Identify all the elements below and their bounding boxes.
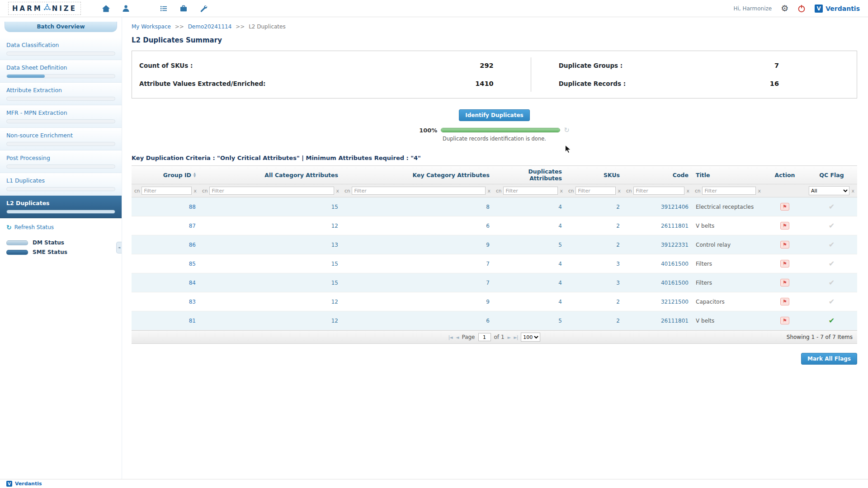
flag-action-icon[interactable]: ⚑ — [780, 260, 789, 267]
qc-check-icon[interactable]: ✔ — [829, 202, 835, 211]
filter-operator[interactable]: cn — [344, 188, 350, 193]
flag-action-icon[interactable]: ⚑ — [780, 241, 789, 249]
filter-clear-icon[interactable]: x — [686, 188, 689, 194]
mark-all-flags-button[interactable]: Mark All Flags — [801, 353, 857, 365]
table-row[interactable]: 81 12 6 5 2 26111801 V belts ⚑ ✔ — [132, 311, 857, 330]
power-icon[interactable] — [797, 5, 806, 13]
page-size-select[interactable]: 100 — [521, 333, 540, 342]
sidebar-item[interactable]: Non-source Enrichment — [0, 128, 122, 150]
home-icon[interactable] — [102, 5, 110, 13]
qc-check-icon[interactable]: ✔ — [829, 278, 835, 287]
filter-clear-icon[interactable]: x — [851, 188, 854, 194]
table-row[interactable]: 84 15 7 4 3 40161500 Filters ⚑ ✔ — [132, 273, 857, 292]
sort-icon[interactable]: ▲▼ — [193, 172, 196, 178]
qc-filter-select[interactable]: All — [809, 186, 849, 195]
qc-check-icon[interactable]: ✔ — [829, 221, 835, 230]
tools-icon[interactable] — [199, 5, 208, 13]
flag-action-icon[interactable]: ⚑ — [780, 279, 789, 286]
all-category-attributes-cell: 13 — [199, 235, 342, 254]
sidebar-item[interactable]: L2 Duplicates — [0, 196, 122, 218]
filter-operator[interactable]: cn — [568, 188, 574, 193]
filter-operator[interactable]: cn — [134, 188, 140, 193]
filter-operator[interactable]: cn — [626, 188, 632, 193]
col-header-group-id: Group ID — [163, 172, 191, 178]
filter-clear-icon[interactable]: x — [618, 188, 621, 194]
briefcase-icon[interactable] — [179, 5, 188, 13]
pager-last-button[interactable]: ►| — [514, 335, 518, 340]
filter-input-code[interactable] — [633, 187, 684, 195]
sidebar-item[interactable]: L1 Duplicates — [0, 173, 122, 196]
breadcrumb-link-batch[interactable]: Demo20241114 — [188, 23, 232, 30]
flag-action-icon[interactable]: ⚑ — [780, 298, 789, 305]
count-skus-label: Count of SKUs : — [139, 62, 193, 69]
identify-duplicates-button[interactable]: Identify Duplicates — [459, 109, 529, 121]
filter-clear-icon[interactable]: x — [758, 188, 761, 194]
harmonize-logo[interactable]: HARM NIZE — [8, 2, 81, 15]
table-row[interactable]: 86 13 9 5 2 39122331 Control relay ⚑ ✔ — [132, 235, 857, 254]
group-id-link[interactable]: 88 — [189, 204, 196, 210]
flag-action-icon[interactable]: ⚑ — [780, 317, 789, 324]
qc-check-icon[interactable]: ✔ — [829, 259, 835, 268]
pager-first-button[interactable]: |◄ — [448, 335, 453, 340]
footer-logo-text: Verdantis — [15, 481, 42, 487]
qc-check-icon[interactable]: ✔ — [829, 240, 835, 249]
group-id-link[interactable]: 83 — [189, 299, 196, 305]
group-id-link[interactable]: 86 — [189, 242, 196, 248]
pager-prev-button[interactable]: ◄ — [456, 335, 459, 340]
col-header-all-category-attributes[interactable]: All Category Attributes — [199, 166, 342, 184]
molecule-icon — [42, 4, 52, 13]
breadcrumb-link-workspace[interactable]: My Workspace — [132, 23, 171, 30]
filter-clear-icon[interactable]: x — [336, 188, 339, 194]
col-header-key-category-attributes[interactable]: Key Category Attributes — [342, 166, 493, 184]
table-row[interactable]: 85 15 7 4 3 40161500 Filters ⚑ ✔ — [132, 254, 857, 273]
breadcrumb: My Workspace >> Demo20241114 >> L2 Dupli… — [132, 23, 857, 30]
flag-action-icon[interactable]: ⚑ — [780, 203, 789, 211]
report-icon[interactable] — [160, 5, 168, 13]
group-id-link[interactable]: 85 — [189, 261, 196, 267]
sme-status-legend: SME Status — [6, 249, 115, 255]
group-id-link[interactable]: 84 — [189, 280, 196, 286]
filter-input-title[interactable] — [702, 187, 756, 195]
filter-operator[interactable]: cn — [496, 188, 501, 193]
flag-action-icon[interactable]: ⚑ — [780, 222, 789, 230]
table-row[interactable]: 87 12 6 4 2 26111801 V belts ⚑ ✔ — [132, 216, 857, 235]
filter-operator[interactable]: cn — [202, 188, 208, 193]
sidebar-collapse-button[interactable]: ◄ — [116, 242, 122, 253]
table-row[interactable]: 88 15 8 4 2 39121406 Electrical receptac… — [132, 197, 857, 216]
pager-next-button[interactable]: ► — [508, 335, 511, 340]
filter-input-key-category[interactable] — [352, 187, 486, 195]
sidebar-item[interactable]: Attribute Extraction — [0, 83, 122, 105]
table-row[interactable]: 83 12 9 4 2 32121500 Capacitors ⚑ ✔ — [132, 292, 857, 311]
skus-cell: 2 — [566, 311, 623, 330]
filter-input-group-id[interactable] — [142, 187, 192, 195]
user-icon[interactable] — [122, 5, 130, 12]
filter-input-duplicates-attributes[interactable] — [503, 187, 558, 195]
col-header-skus[interactable]: SKUs — [566, 166, 623, 184]
group-id-link[interactable]: 87 — [189, 223, 196, 229]
col-header-duplicates-attributes[interactable]: Duplicates Attributes — [493, 166, 566, 184]
col-header-title[interactable]: Title — [692, 166, 764, 184]
batch-overview-tab[interactable]: Batch Overview — [5, 22, 117, 32]
filter-input-all-category[interactable] — [209, 187, 334, 195]
sidebar-item[interactable]: Data Sheet Definition — [0, 60, 122, 83]
settings-gear-icon[interactable]: ⚙ — [781, 4, 788, 13]
filter-clear-icon[interactable]: x — [560, 188, 563, 194]
col-header-code[interactable]: Code — [623, 166, 692, 184]
filter-clear-icon[interactable]: x — [193, 188, 197, 194]
sidebar-item[interactable]: Data Classification — [0, 38, 122, 60]
group-id-link[interactable]: 81 — [189, 318, 196, 324]
filter-operator[interactable]: cn — [695, 188, 700, 193]
attr-values-value: 1410 — [475, 80, 493, 87]
filter-clear-icon[interactable]: x — [487, 188, 491, 194]
sync-icon[interactable]: ↻ — [564, 126, 570, 134]
qc-check-icon[interactable]: ✔ — [829, 297, 835, 306]
footer: V Verdantis — [0, 479, 868, 488]
breadcrumb-separator: >> — [175, 23, 184, 30]
refresh-status-link[interactable]: ↻ Refresh Status — [0, 218, 122, 235]
verdantis-logo-mark: V — [815, 5, 823, 13]
sidebar-item[interactable]: Post Processing — [0, 150, 122, 173]
pager-page-input[interactable] — [478, 333, 491, 341]
sidebar-item[interactable]: MFR - MPN Extraction — [0, 105, 122, 128]
qc-check-icon[interactable]: ✔ — [829, 316, 835, 325]
filter-input-skus[interactable] — [576, 187, 616, 195]
